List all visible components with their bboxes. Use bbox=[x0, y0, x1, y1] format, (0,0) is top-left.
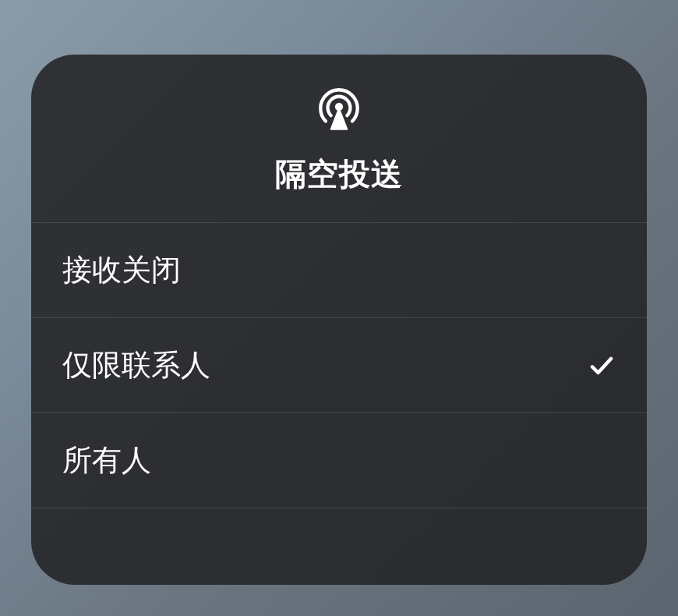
panel-title: 隔空投送 bbox=[275, 153, 403, 196]
panel-header: 隔空投送 bbox=[31, 55, 647, 223]
option-label: 所有人 bbox=[62, 441, 151, 480]
checkmark-icon bbox=[588, 352, 616, 380]
options-list: 接收关闭 仅限联系人 所有人 bbox=[31, 223, 647, 585]
option-receiving-off[interactable]: 接收关闭 bbox=[31, 223, 647, 318]
option-everyone[interactable]: 所有人 bbox=[31, 413, 647, 508]
airdrop-icon bbox=[313, 83, 365, 134]
option-label: 接收关闭 bbox=[62, 250, 181, 290]
airdrop-settings-panel: 隔空投送 接收关闭 仅限联系人 所有人 bbox=[31, 55, 647, 585]
option-label: 仅限联系人 bbox=[62, 345, 210, 385]
option-contacts-only[interactable]: 仅限联系人 bbox=[31, 318, 647, 413]
